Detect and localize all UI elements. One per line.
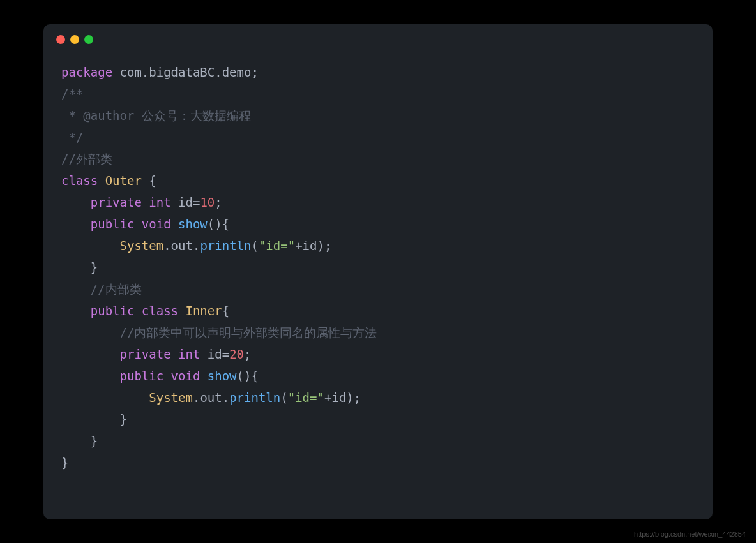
minimize-icon[interactable] xyxy=(70,35,79,44)
code-line-4: */ xyxy=(61,130,83,144)
code-line-17: } xyxy=(61,412,127,426)
code-line-18: } xyxy=(61,434,98,448)
code-line-15: public void show(){ xyxy=(61,369,259,383)
code-line-10: } xyxy=(61,260,98,274)
code-line-19: } xyxy=(61,456,68,470)
maximize-icon[interactable] xyxy=(84,35,93,44)
code-line-8: public void show(){ xyxy=(61,217,229,231)
title-bar xyxy=(43,24,713,55)
close-icon[interactable] xyxy=(56,35,65,44)
code-line-6: class Outer { xyxy=(61,174,156,188)
code-line-1: package com.bigdataBC.demo; xyxy=(61,65,259,79)
code-line-3: * @author 公众号：大数据编程 xyxy=(61,108,251,123)
code-line-11: //内部类 xyxy=(61,282,142,296)
watermark: https://blog.csdn.net/weixin_442854 xyxy=(634,530,746,538)
code-line-12: public class Inner{ xyxy=(61,304,229,318)
code-line-7: private int id=10; xyxy=(61,195,222,209)
code-window: package com.bigdataBC.demo; /** * @autho… xyxy=(43,24,713,519)
code-area: package com.bigdataBC.demo; /** * @autho… xyxy=(43,55,713,486)
code-line-14: private int id=20; xyxy=(61,347,251,361)
code-line-2: /** xyxy=(61,87,83,101)
code-line-16: System.out.println("id="+id); xyxy=(61,391,361,405)
code-line-9: System.out.println("id="+id); xyxy=(61,239,331,253)
code-line-5: //外部类 xyxy=(61,152,112,166)
code-line-13: //内部类中可以声明与外部类同名的属性与方法 xyxy=(61,325,377,339)
